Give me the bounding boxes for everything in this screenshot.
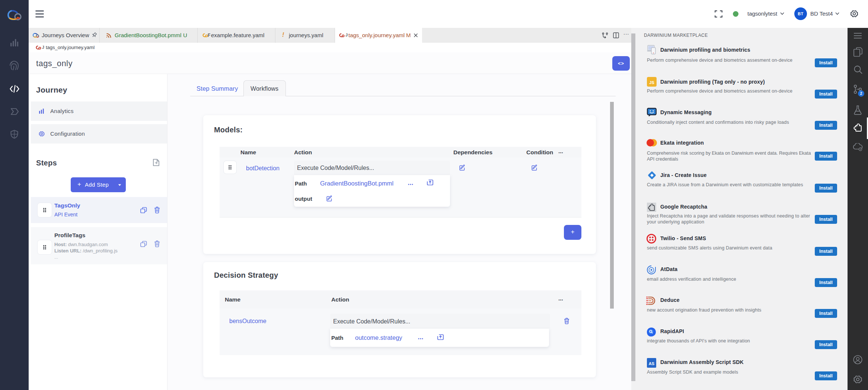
svg-text:JS: JS [649, 80, 654, 85]
svg-text:AS: AS [649, 361, 654, 366]
